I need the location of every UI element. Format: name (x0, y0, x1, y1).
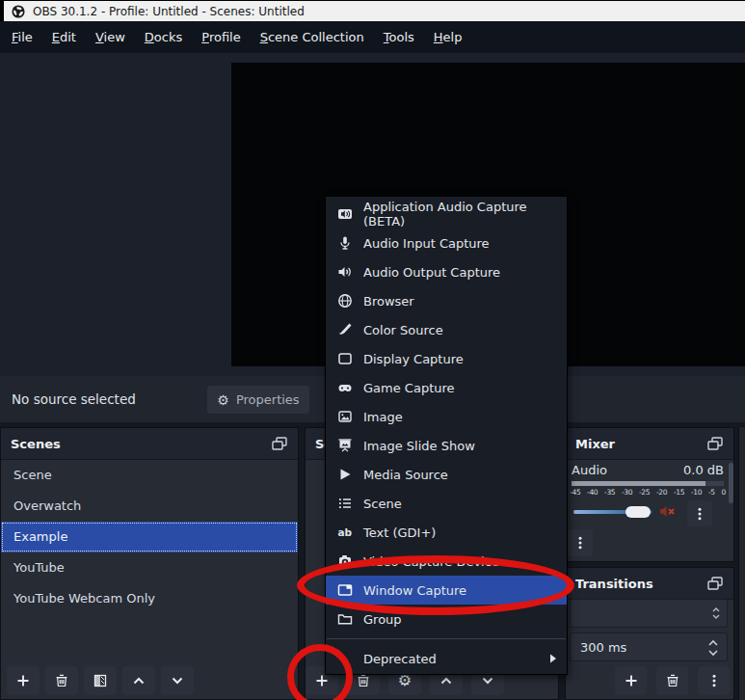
submenu-arrow-icon (549, 654, 557, 663)
menu-item-audio-input-capture[interactable]: Audio Input Capture (326, 229, 567, 257)
popout-icon[interactable] (706, 436, 724, 451)
no-source-status: No source selected (12, 391, 136, 407)
remove-scene-button[interactable] (45, 666, 78, 695)
kebab-icon (693, 506, 706, 522)
transitions-panel-header: Transitions (566, 568, 733, 600)
scene-filters-button[interactable] (84, 666, 117, 695)
menu-item-display-capture[interactable]: Display Capture (326, 344, 567, 373)
menu-item-text-gdi[interactable]: ab Text (GDI+) (326, 518, 567, 547)
svg-text:ab: ab (338, 526, 353, 538)
transitions-toolbar (605, 666, 730, 695)
popout-icon[interactable] (271, 436, 288, 451)
menu-item-application-audio-capture[interactable]: Application Audio Capture (BETA) (326, 200, 567, 229)
mixer-panel-title: Mixer (575, 437, 615, 451)
remove-transition-button[interactable] (656, 666, 688, 695)
menu-item-media-source[interactable]: Media Source (326, 460, 567, 489)
track-level: 0.0 dB (683, 463, 724, 477)
chevron-up-icon (439, 673, 454, 688)
window-icon (337, 582, 353, 598)
dock-edge-strip (738, 427, 745, 700)
menu-item-color-source[interactable]: Color Source (326, 315, 567, 344)
gear-icon: ⚙ (398, 673, 412, 688)
scenes-toolbar (7, 666, 200, 695)
globe-icon (337, 293, 353, 309)
kebab-icon (573, 535, 587, 551)
menu-edit[interactable]: Edit (42, 26, 86, 48)
scenes-list: Scene Overwatch Example YouTube YouTube … (1, 460, 298, 614)
transition-duration-spinner[interactable]: 300 ms (570, 633, 728, 661)
menu-item-video-capture-device[interactable]: Video Capture Device (326, 547, 567, 576)
mixer-scrollbar[interactable] (729, 463, 733, 503)
menu-item-deprecated[interactable]: Deprecated (326, 644, 567, 673)
scene-item[interactable]: YouTube (1, 552, 298, 583)
menu-item-audio-output-capture[interactable]: Audio Output Capture (326, 257, 567, 286)
popout-icon[interactable] (706, 576, 724, 591)
menu-item-group[interactable]: Group (326, 605, 567, 633)
menu-item-image[interactable]: Image (326, 402, 567, 431)
menu-item-window-capture[interactable]: Window Capture (326, 576, 567, 605)
plus-icon (15, 673, 31, 688)
transition-select[interactable] (570, 599, 728, 628)
scenes-panel: Scenes Scene Overwatch Example YouTube Y… (0, 427, 299, 700)
text-ab-icon: ab (337, 525, 353, 540)
move-scene-up-button[interactable] (122, 666, 155, 695)
menu-docks[interactable]: Docks (135, 26, 192, 48)
menu-file[interactable]: File (2, 26, 42, 48)
list-icon (337, 496, 353, 511)
menu-scene-collection[interactable]: Scene Collection (251, 26, 374, 48)
properties-button[interactable]: ⚙ Properties (207, 386, 309, 414)
menu-item-image-slide-show[interactable]: Image Slide Show (326, 431, 567, 460)
transition-options-button[interactable] (698, 666, 730, 695)
trash-icon (356, 673, 371, 688)
duration-value: 300 ms (580, 640, 626, 655)
scene-item[interactable]: Scene (1, 460, 298, 491)
track-name: Audio (572, 463, 607, 477)
folder-icon (337, 611, 353, 627)
obs-logo-icon (12, 5, 25, 18)
scene-item[interactable]: YouTube Webcam Only (1, 583, 298, 614)
menu-item-browser[interactable]: Browser (326, 286, 567, 315)
menu-help[interactable]: Help (424, 26, 472, 48)
menu-tools[interactable]: Tools (374, 26, 424, 48)
gamepad-icon (337, 380, 353, 395)
scene-item-selected[interactable]: Example (1, 522, 298, 552)
menu-item-scene[interactable]: Scene (326, 489, 567, 518)
blank-icon (337, 651, 353, 666)
scene-item[interactable]: Overwatch (1, 491, 298, 522)
menu-view[interactable]: View (86, 26, 135, 48)
menu-separator (327, 638, 566, 639)
chevron-down-icon (170, 673, 185, 688)
plus-icon (314, 673, 330, 688)
volume-meter-fill (572, 481, 705, 486)
transitions-panel-title: Transitions (575, 577, 653, 591)
add-transition-button[interactable] (615, 666, 647, 695)
mixer-options-button[interactable] (568, 529, 593, 556)
paintbrush-icon (337, 322, 353, 337)
gear-icon: ⚙ (217, 393, 229, 407)
track-options-button[interactable] (687, 500, 712, 526)
move-scene-down-button[interactable] (161, 666, 194, 695)
mixer-panel: Mixer Audio 0.0 dB -45-40-35-30-25-20-15… (565, 427, 734, 562)
volume-slider-handle[interactable] (625, 506, 651, 518)
display-icon (337, 351, 353, 366)
select-chevrons-icon (709, 605, 723, 622)
mixer-panel-header: Mixer (566, 428, 733, 460)
obs-window: OBS 30.1.2 - Profile: Untitled - Scenes:… (0, 0, 745, 700)
application-audio-icon (337, 206, 353, 222)
trash-icon (665, 673, 680, 688)
spinner-chevrons-icon[interactable] (705, 636, 721, 660)
menu-item-game-capture[interactable]: Game Capture (326, 373, 567, 402)
scenes-panel-title: Scenes (11, 437, 61, 451)
menubar: File Edit View Docks Profile Scene Colle… (0, 21, 745, 53)
chevron-up-icon (131, 673, 146, 688)
chevron-down-icon (480, 673, 495, 688)
add-scene-button[interactable] (7, 666, 40, 695)
mute-icon[interactable] (658, 503, 676, 520)
play-icon (337, 467, 353, 482)
mixer-track-audio: Audio 0.0 dB -45-40-35-30-25-20-15-10-50 (570, 460, 726, 525)
menu-profile[interactable]: Profile (192, 26, 250, 48)
window-title: OBS 30.1.2 - Profile: Untitled - Scenes:… (33, 5, 305, 18)
speaker-icon (337, 264, 353, 280)
transitions-panel: Transitions 300 ms (565, 567, 734, 700)
add-source-menu: Application Audio Capture (BETA) Audio I… (325, 196, 568, 675)
